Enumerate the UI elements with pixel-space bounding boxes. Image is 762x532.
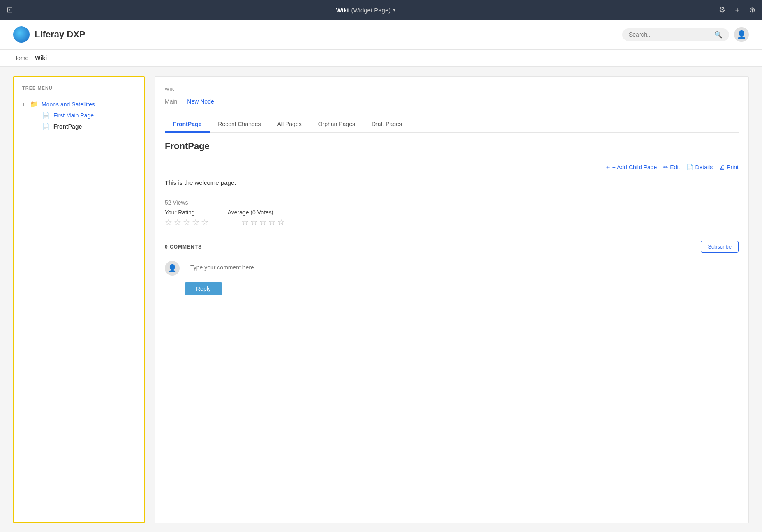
reply-area: Reply	[185, 282, 739, 295]
details-link[interactable]: 📄 Details	[686, 164, 713, 170]
tab-main[interactable]: Main	[165, 98, 177, 108]
add-icon-action: ＋	[605, 164, 611, 171]
edit-icon: ✏	[663, 164, 668, 170]
page-title-bar: Wiki (Widget Page) ▾	[336, 7, 396, 14]
frontpage-heading: FrontPage	[165, 141, 739, 157]
views-count: 52 Views	[165, 199, 739, 206]
tab-recent-changes[interactable]: Recent Changes	[210, 117, 269, 133]
logo-text: Liferay DXP	[35, 29, 85, 40]
main-container: TREE MENU + 📁 Moons and Satellites 📄 Fir…	[0, 67, 762, 532]
avg-star-2: ☆	[250, 217, 258, 227]
star-2[interactable]: ☆	[174, 217, 181, 227]
sidebar-toggle-icon[interactable]: ⊡	[7, 5, 13, 14]
add-child-label: + Add Child Page	[612, 164, 657, 170]
edit-label: Edit	[670, 164, 680, 170]
avg-star-1: ☆	[241, 217, 249, 227]
stars-row: ☆ ☆ ☆ ☆ ☆ ☆ ☆ ☆ ☆ ☆	[165, 217, 739, 227]
print-label: Print	[727, 164, 739, 170]
action-links: ＋ + Add Child Page ✏ Edit 📄 Details 🖨 Pr…	[165, 164, 739, 171]
avg-star-4: ☆	[268, 217, 276, 227]
header-right: 🔍 👤	[622, 27, 749, 42]
tree-link-moons[interactable]: Moons and Satellites	[42, 101, 95, 108]
commenter-avatar: 👤	[165, 261, 180, 276]
avg-star-5: ☆	[277, 217, 285, 227]
comments-header: 0 COMMENTS Subscribe	[165, 237, 739, 253]
wiki-title-bold: Wiki	[336, 7, 349, 14]
wiki-label: WIKI	[165, 87, 739, 92]
tree-label-frontpage: FrontPage	[53, 123, 82, 130]
star-3[interactable]: ☆	[183, 217, 190, 227]
file-icon-first: 📄	[42, 111, 50, 119]
add-child-page-link[interactable]: ＋ + Add Child Page	[605, 164, 657, 171]
header: Liferay DXP 🔍 👤	[0, 20, 762, 50]
comments-count: 0 COMMENTS	[165, 244, 202, 250]
print-link[interactable]: 🖨 Print	[719, 164, 739, 170]
page-dropdown-icon[interactable]: ▾	[393, 7, 395, 13]
avg-stars: ☆ ☆ ☆ ☆ ☆	[241, 217, 285, 227]
tree-add-icon: +	[22, 101, 25, 107]
breadcrumb-wiki[interactable]: Wiki	[35, 55, 47, 61]
page-tabs: FrontPage Recent Changes All Pages Orpha…	[165, 117, 739, 133]
tree-menu: TREE MENU + 📁 Moons and Satellites 📄 Fir…	[13, 76, 145, 523]
search-bar[interactable]: 🔍	[622, 28, 729, 41]
folder-icon: 📁	[30, 100, 38, 108]
tab-draft-pages[interactable]: Draft Pages	[363, 117, 410, 133]
comment-input[interactable]	[185, 261, 739, 274]
breadcrumb-home[interactable]: Home	[13, 55, 28, 61]
tree-menu-title: TREE MENU	[22, 85, 136, 90]
star-5[interactable]: ☆	[201, 217, 208, 227]
tree-link-first-main[interactable]: First Main Page	[53, 112, 94, 119]
reply-button[interactable]: Reply	[185, 282, 222, 295]
avg-star-3: ☆	[259, 217, 267, 227]
your-stars[interactable]: ☆ ☆ ☆ ☆ ☆	[165, 217, 208, 227]
logo-area: Liferay DXP	[13, 26, 85, 43]
top-bar-right: ⚙ ＋ ⊕	[719, 5, 755, 15]
wiki-title-light: (Widget Page)	[351, 7, 390, 14]
user-avatar[interactable]: 👤	[734, 27, 749, 42]
star-1[interactable]: ☆	[165, 217, 172, 227]
tab-all-pages[interactable]: All Pages	[269, 117, 310, 133]
file-icon-front: 📄	[42, 122, 50, 130]
welcome-text: This is the welcome page.	[165, 179, 739, 186]
rating-section: Your Rating Average (0 Votes) ☆ ☆ ☆ ☆ ☆ …	[165, 209, 739, 227]
tab-new-node[interactable]: New Node	[187, 98, 214, 108]
breadcrumb: Home Wiki	[0, 50, 762, 67]
search-input[interactable]	[629, 31, 711, 38]
print-icon: 🖨	[719, 164, 725, 170]
details-icon: 📄	[686, 164, 693, 170]
tree-item-moons[interactable]: + 📁 Moons and Satellites	[22, 99, 136, 110]
rating-labels: Your Rating Average (0 Votes)	[165, 209, 739, 216]
wiki-content: WIKI Main New Node FrontPage Recent Chan…	[155, 76, 749, 523]
avg-rating-label: Average (0 Votes)	[228, 209, 274, 216]
tab-orphan-pages[interactable]: Orphan Pages	[310, 117, 363, 133]
tree-item-first-main[interactable]: 📄 First Main Page	[32, 110, 136, 121]
settings-icon[interactable]: ⚙	[719, 5, 725, 14]
top-bar: ⊡ Wiki (Widget Page) ▾ ⚙ ＋ ⊕	[0, 0, 762, 20]
logo-circle	[13, 26, 30, 43]
node-tabs: Main New Node	[165, 98, 739, 108]
subscribe-button[interactable]: Subscribe	[701, 241, 739, 253]
star-4[interactable]: ☆	[192, 217, 199, 227]
your-rating-label: Your Rating	[165, 209, 195, 216]
details-label: Details	[695, 164, 713, 170]
search-icon: 🔍	[714, 31, 723, 39]
add-icon[interactable]: ＋	[734, 5, 741, 15]
target-icon[interactable]: ⊕	[749, 5, 755, 14]
edit-link[interactable]: ✏ Edit	[663, 164, 680, 170]
comment-input-row: 👤	[165, 261, 739, 276]
tree-item-frontpage[interactable]: 📄 FrontPage	[32, 121, 136, 132]
tab-frontpage[interactable]: FrontPage	[165, 117, 210, 133]
